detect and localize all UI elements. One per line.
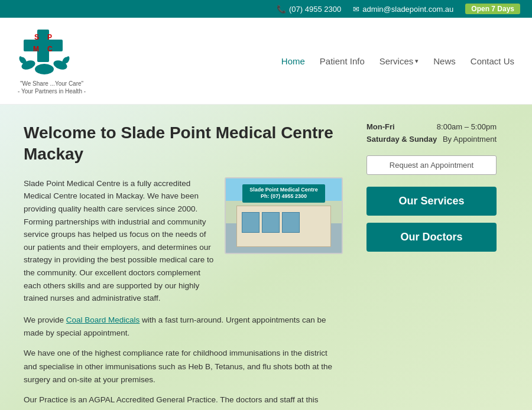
weekend-label: Saturday & Sunday <box>366 135 437 144</box>
clinic-building <box>236 206 331 247</box>
open-badge: Open 7 Days <box>465 4 520 14</box>
svg-text:S: S <box>34 33 39 41</box>
page-title: Welcome to Slade Point Medical Centre Ma… <box>24 122 343 165</box>
right-column: Mon-Fri 8:00am – 5:00pm Saturday & Sunda… <box>366 122 497 410</box>
svg-text:P: P <box>47 33 52 41</box>
weekday-hours: Mon-Fri 8:00am – 5:00pm <box>366 122 497 131</box>
phone-icon: 📞 <box>277 5 286 14</box>
weekend-value: By Appointment <box>443 135 497 144</box>
nav-news[interactable]: News <box>433 56 456 66</box>
tagline-line1: "We Share ...Your Care" <box>18 80 86 87</box>
email-info: ✉ admin@sladepoint.com.au <box>353 5 453 14</box>
left-column: Welcome to Slade Point Medical Centre Ma… <box>24 122 343 410</box>
clinic-window <box>262 212 280 233</box>
weekday-label: Mon-Fri <box>366 122 395 131</box>
nav-services-dropdown[interactable]: Services <box>379 56 419 66</box>
intro-section: Slade Point Medical Centre is a fully ac… <box>24 177 343 305</box>
tagline-line2: - Your Partners in Health - <box>18 87 86 95</box>
nav-home[interactable]: Home <box>281 56 305 66</box>
clinic-image: Slade Point Medical Centre Ph: (07) 4955… <box>225 177 343 254</box>
nav-patient-info[interactable]: Patient Info <box>320 56 365 66</box>
nav-contact-us[interactable]: Contact Us <box>471 56 514 66</box>
weekend-hours: Saturday & Sunday By Appointment <box>366 135 497 144</box>
clinic-windows <box>237 206 330 239</box>
svg-text:C: C <box>47 45 53 53</box>
main-nav: Home Patient Info Services News Contact … <box>281 56 514 66</box>
logo-image: S P M C <box>18 27 71 80</box>
coal-board-link[interactable]: Coal Board Medicals <box>66 315 140 324</box>
clinic-sign-line2: Ph: (07) 4955 2300 <box>261 193 307 199</box>
coal-board-para: We provide Coal Board Medicals with a fa… <box>24 314 343 340</box>
svg-point-8 <box>35 64 54 74</box>
clinic-window <box>242 212 259 233</box>
nav-services-link[interactable]: Services <box>379 56 414 66</box>
site-header: S P M C "We Share ...Your Care" - Your P… <box>0 18 532 105</box>
svg-text:M: M <box>33 45 39 53</box>
top-bar: 📞 (07) 4955 2300 ✉ admin@sladepoint.com.… <box>0 0 532 18</box>
logo-area: S P M C "We Share ...Your Care" - Your P… <box>18 27 86 95</box>
clinic-sign-line1: Slade Point Medical Centre <box>249 187 318 193</box>
appointment-button[interactable]: Request an Appointment <box>366 155 497 175</box>
logo-tagline: "We Share ...Your Care" - Your Partners … <box>18 80 86 95</box>
email-icon: ✉ <box>353 5 359 14</box>
svg-rect-1 <box>24 40 63 51</box>
email-address: admin@sladepoint.com.au <box>362 5 453 14</box>
our-services-button[interactable]: Our Services <box>366 187 497 216</box>
immunisations-para: We have one of the highest compliance ra… <box>24 347 343 386</box>
phone-number: (07) 4955 2300 <box>289 5 341 14</box>
main-content: Welcome to Slade Point Medical Centre Ma… <box>0 105 532 410</box>
intro-text: Slade Point Medical Centre is a fully ac… <box>24 177 216 305</box>
agpal-para: Our Practice is an AGPAL Accredited Gene… <box>24 393 343 410</box>
our-doctors-button[interactable]: Our Doctors <box>366 223 497 252</box>
clinic-sign: Slade Point Medical Centre Ph: (07) 4955… <box>242 184 325 203</box>
coal-board-before: We provide <box>24 315 66 324</box>
phone-info: 📞 (07) 4955 2300 <box>277 5 341 14</box>
clinic-window <box>282 212 300 233</box>
hours-section: Mon-Fri 8:00am – 5:00pm Saturday & Sunda… <box>366 122 497 144</box>
weekday-value: 8:00am – 5:00pm <box>437 122 497 131</box>
